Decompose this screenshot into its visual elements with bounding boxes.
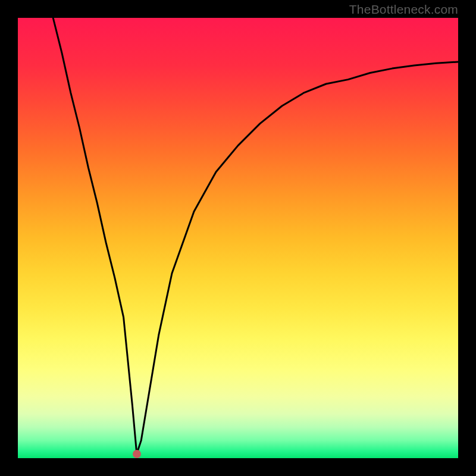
optimal-point-marker — [133, 450, 141, 458]
bottleneck-curve — [18, 18, 458, 458]
watermark-text: TheBottleneck.com — [349, 2, 458, 17]
chart-frame: TheBottleneck.com — [0, 0, 476, 476]
plot-area — [18, 18, 458, 458]
